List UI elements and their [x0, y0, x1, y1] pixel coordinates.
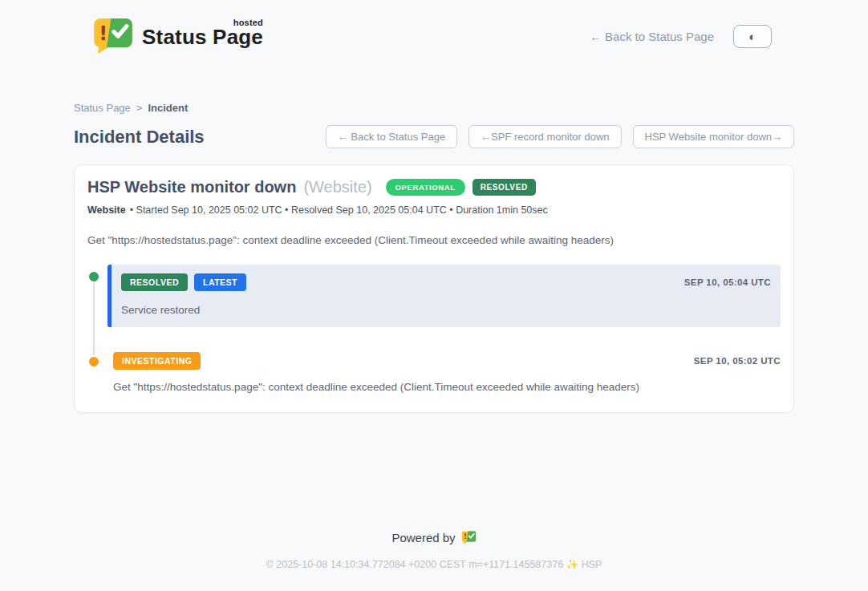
incident-meta: Website• Started Sep 10, 2025 05:02 UTC …: [87, 204, 781, 216]
timeline-item-resolved: RESOLVED LATEST SEP 10, 05:04 UTC Servic…: [87, 265, 781, 327]
incident-description: Get "https://hostedstatus.page": context…: [87, 234, 781, 246]
heading-row: Incident Details ← Back to Status Page ←…: [74, 125, 794, 148]
copyright-line: © 2025-10-08 14:10:34.772084 +0200 CEST …: [0, 558, 868, 570]
statuspage-logo-icon: !: [92, 18, 134, 55]
svg-text:!: !: [99, 22, 107, 45]
breadcrumb-separator: >: [136, 102, 143, 114]
incident-nav-buttons: ← Back to Status Page ←SPF record monito…: [326, 125, 794, 148]
timeline-entry-latest: RESOLVED LATEST SEP 10, 05:04 UTC Servic…: [107, 265, 781, 327]
timeline-message: Get "https://hostedstatus.page": context…: [113, 381, 781, 393]
timeline-dot-orange: [87, 355, 100, 368]
svg-text:!: !: [464, 532, 467, 540]
investigating-badge: INVESTIGATING: [113, 352, 201, 370]
half-circle-icon: ◐: [748, 30, 756, 43]
logo-hosted-label: hosted: [233, 18, 263, 27]
prev-incident-button[interactable]: ←SPF record monitor down: [468, 125, 621, 148]
header-right: ← Back to Status Page ◐: [590, 25, 772, 48]
timeline-dot-green: [87, 270, 100, 283]
footer: Powered by ! © 2025-10-08 14:10:34.77208…: [0, 531, 868, 591]
statuspage-mini-logo-icon[interactable]: !: [461, 531, 477, 544]
breadcrumb: Status Page>Incident: [74, 102, 794, 114]
incident-title: HSP Website monitor down: [87, 178, 296, 196]
back-to-status-page-link[interactable]: ← Back to Status Page: [590, 30, 714, 43]
back-to-status-page-button[interactable]: ← Back to Status Page: [326, 125, 457, 148]
incident-card: HSP Website monitor down (Website) OPERA…: [74, 164, 794, 413]
timeline-entry-head: INVESTIGATING SEP 10, 05:02 UTC: [113, 352, 781, 370]
incident-timeline: RESOLVED LATEST SEP 10, 05:04 UTC Servic…: [87, 265, 781, 393]
incident-title-row: HSP Website monitor down (Website) OPERA…: [87, 178, 781, 196]
meta-details: • Started Sep 10, 2025 05:02 UTC • Resol…: [130, 204, 548, 216]
next-incident-button[interactable]: HSP Website monitor down→: [633, 125, 794, 148]
meta-monitor-name: Website: [87, 204, 126, 216]
timeline-entry: INVESTIGATING SEP 10, 05:02 UTC Get "htt…: [107, 350, 781, 393]
latest-badge: LATEST: [194, 273, 246, 291]
timeline-timestamp: SEP 10, 05:02 UTC: [694, 356, 781, 366]
page-title: Incident Details: [74, 127, 205, 148]
powered-by: Powered by !: [0, 531, 868, 544]
timeline-entry-head: RESOLVED LATEST SEP 10, 05:04 UTC: [121, 273, 771, 291]
timeline-connector-line: [93, 276, 95, 356]
logo-text-wrap: hosted Status Page: [142, 18, 263, 51]
timeline-item-investigating: INVESTIGATING SEP 10, 05:02 UTC Get "htt…: [87, 350, 781, 393]
main-content: Status Page>Incident Incident Details ← …: [74, 102, 794, 413]
theme-toggle-button[interactable]: ◐: [733, 25, 772, 48]
app-logo[interactable]: ! hosted Status Page: [92, 18, 263, 55]
breadcrumb-status-page[interactable]: Status Page: [74, 102, 131, 114]
logo-brand-label: Status Page: [142, 25, 263, 49]
incident-monitor-label: (Website): [303, 178, 371, 196]
header: ! hosted Status Page ← Back to Status Pa…: [0, 0, 868, 61]
breadcrumb-incident: Incident: [148, 102, 188, 114]
operational-status-badge: OPERATIONAL: [386, 179, 465, 196]
powered-by-label: Powered by: [391, 531, 455, 544]
timeline-timestamp: SEP 10, 05:04 UTC: [684, 277, 771, 287]
timeline-message: Service restored: [121, 304, 771, 316]
resolved-badge: RESOLVED: [121, 273, 188, 291]
resolved-status-badge: RESOLVED: [473, 179, 536, 196]
